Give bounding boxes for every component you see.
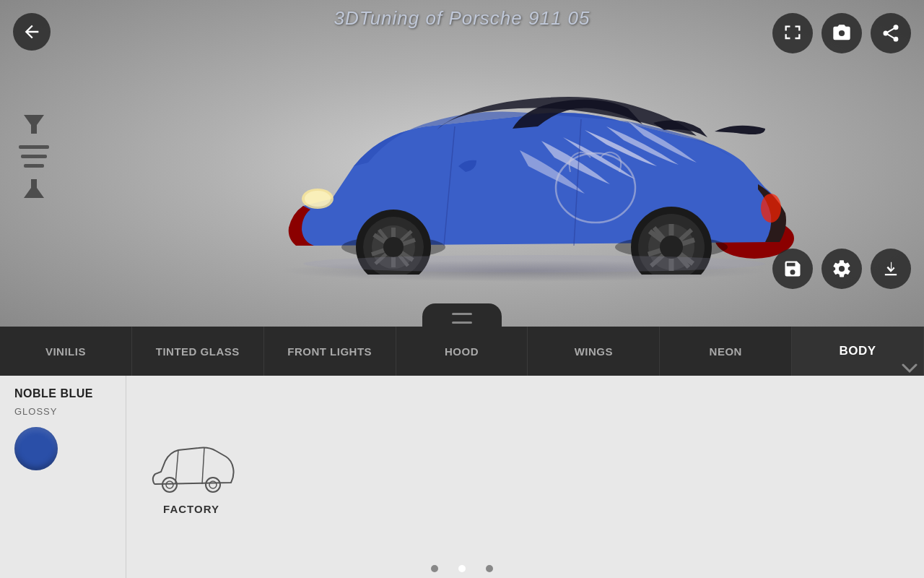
filter-top-icon	[18, 108, 50, 139]
toolbar-line-3	[24, 164, 44, 168]
dot-1	[431, 565, 438, 572]
svg-point-30	[166, 481, 173, 488]
top-right-buttons	[772, 13, 911, 53]
part-factory[interactable]: FACTORY	[148, 439, 235, 515]
dot-3	[486, 565, 493, 572]
color-swatch[interactable]	[14, 427, 58, 470]
car-image	[253, 72, 794, 289]
part-factory-label: FACTORY	[163, 503, 219, 515]
chevron-down-icon	[902, 363, 918, 374]
car-viewer: 3DTuning of Porsche 911 05	[0, 0, 924, 332]
bottom-content: NOBLE BLUE GLOSSY FACTORY	[0, 376, 924, 578]
fullscreen-icon	[783, 23, 803, 43]
camera-icon	[832, 23, 852, 43]
color-finish: GLOSSY	[14, 406, 57, 417]
dot-2	[458, 565, 466, 572]
settings-button[interactable]	[821, 249, 862, 289]
share-button[interactable]	[871, 13, 911, 53]
bottom-right-buttons	[772, 249, 911, 289]
back-button[interactable]	[13, 13, 51, 51]
car-body-outline	[148, 441, 235, 495]
svg-point-23	[660, 236, 683, 259]
tab-hood[interactable]: HOOD	[396, 327, 528, 376]
save-button[interactable]	[772, 249, 813, 289]
color-name: NOBLE BLUE	[14, 387, 93, 400]
svg-point-14	[383, 237, 404, 257]
drag-line-1	[452, 313, 472, 315]
parts-panel: FACTORY	[126, 376, 924, 578]
left-toolbar[interactable]	[18, 108, 50, 205]
drag-line-2	[452, 322, 472, 324]
svg-point-27	[303, 255, 765, 272]
svg-point-25	[305, 191, 331, 207]
svg-marker-0	[24, 115, 44, 134]
svg-point-28	[162, 478, 177, 492]
tab-tinted-glass[interactable]: TINTED GLASS	[132, 327, 264, 376]
svg-point-26	[761, 194, 781, 223]
fullscreen-button[interactable]	[772, 13, 813, 53]
filter-bottom-icon	[18, 173, 50, 205]
share-icon	[881, 23, 901, 43]
svg-marker-1	[24, 179, 44, 198]
svg-point-29	[206, 478, 220, 492]
back-icon	[22, 22, 42, 42]
drag-handle[interactable]	[422, 303, 502, 332]
toolbar-line-2	[21, 155, 47, 158]
toolbar-line-1	[19, 145, 49, 149]
download-icon	[881, 259, 901, 279]
tab-wings[interactable]: WINGS	[528, 327, 660, 376]
car-svg	[253, 72, 794, 275]
tab-neon[interactable]: NEON	[660, 327, 792, 376]
nav-tabs: VINILIS TINTED GLASS FRONT LIGHTS HOOD W…	[0, 327, 924, 376]
tab-front-lights[interactable]: FRONT LIGHTS	[264, 327, 396, 376]
camera-button[interactable]	[821, 13, 862, 53]
download-button[interactable]	[871, 249, 911, 289]
drag-handle-lines	[452, 313, 472, 324]
part-factory-icon	[148, 439, 235, 497]
save-icon	[783, 259, 803, 279]
settings-icon	[832, 259, 852, 279]
color-panel: NOBLE BLUE GLOSSY	[0, 376, 126, 578]
indicator-dots	[431, 565, 493, 572]
tab-vinilis[interactable]: VINILIS	[0, 327, 132, 376]
app-title: 3DTuning of Porsche 911 05	[334, 7, 590, 30]
body-dropdown-chevron[interactable]	[895, 363, 924, 376]
